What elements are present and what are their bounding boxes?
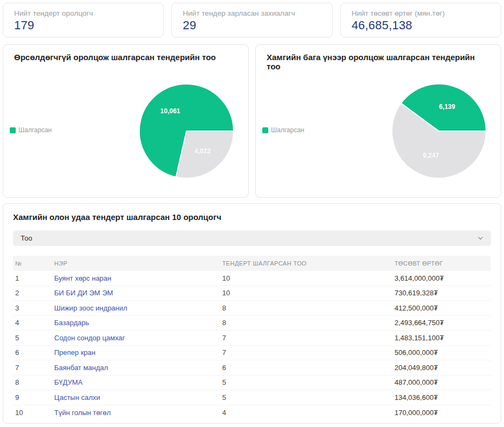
filter-dropdown[interactable]: Тоо <box>13 230 491 246</box>
participant-link[interactable]: БИ БИ ДИ ЭМ ЭМ <box>54 289 222 297</box>
cell-no: 4 <box>15 319 54 327</box>
participant-link[interactable]: БҮДУМА <box>54 378 222 386</box>
participant-link[interactable]: Содон сондор цамхаг <box>54 334 222 342</box>
cell-no: 5 <box>15 334 54 342</box>
cell-count: 8 <box>222 304 395 312</box>
table-title: Хамгийн олон удаа тендерт шалгарсан 10 о… <box>13 212 491 222</box>
cell-budget: 2,493,664,750₮ <box>395 319 489 327</box>
table-row: 4 Базардарь 8 2,493,664,750₮ <box>13 316 491 331</box>
stat-card-buyers: Нийт тендер зарласан захиалагч 29 <box>171 3 332 37</box>
legend-item[interactable]: Шалгарсан <box>262 126 304 134</box>
stats-row: Нийт тендерт оролцогч 179 Нийт тендер за… <box>3 3 501 37</box>
table-row: 10 Түйн голын төгөл 4 170,000,000₮ <box>13 405 491 420</box>
cell-budget: 730,619,328₮ <box>395 289 489 297</box>
chevron-down-icon <box>477 235 483 241</box>
pie-charts-row: Өрсөлдөгчгүй оролцож шалгарсан тендерийн… <box>3 44 501 198</box>
cell-budget: 1,483,151,100₮ <box>395 334 489 342</box>
stat-label: Нийт тендерт оролцогч <box>14 9 152 17</box>
table-row: 7 Баянбат мандал 6 204,049,800₮ <box>13 360 491 376</box>
participant-link[interactable]: Баянбат мандал <box>54 364 222 372</box>
stat-label: Нийт төсөвт өртөг (мян.төг) <box>352 9 490 17</box>
cell-budget: 204,049,800₮ <box>395 364 489 372</box>
cell-budget: 412,500,000₮ <box>395 304 489 312</box>
cell-count: 7 <box>222 334 395 342</box>
table-row: 3 Шижир зоос индранил 8 412,500,000₮ <box>13 301 491 316</box>
participant-link[interactable]: Түйн голын төгөл <box>54 409 222 417</box>
table-body: 1 Буянт хөрс наран 10 3,614,000,000₮ 2 Б… <box>13 271 491 420</box>
cell-count: 4 <box>222 409 395 417</box>
stat-card-participants: Нийт тендерт оролцогч 179 <box>3 3 164 37</box>
stat-value: 29 <box>183 18 321 33</box>
col-header-name: НЭР <box>54 260 222 267</box>
stat-value: 46,685,138 <box>352 18 490 33</box>
cell-budget: 506,000,000₮ <box>395 348 489 357</box>
participant-link[interactable]: Буянт хөрс наран <box>54 274 222 282</box>
chart-title: Хамгийн бага үнээр оролцож шалгарсан тен… <box>267 53 490 71</box>
cell-no: 1 <box>15 274 54 282</box>
cell-count: 7 <box>222 348 395 357</box>
pie-card-no-competition: Өрсөлдөгчгүй оролцож шалгарсан тендерийн… <box>3 44 249 198</box>
cell-no: 9 <box>15 393 54 402</box>
cell-no: 8 <box>15 378 54 386</box>
pie-slice-label: 9,247 <box>423 152 439 159</box>
pie-slice-label: 10,061 <box>160 107 180 115</box>
legend-swatch <box>262 127 268 133</box>
col-header-budget: ТӨСӨВТ ӨРТӨГ <box>395 260 489 267</box>
cell-no: 7 <box>15 364 54 372</box>
cell-count: 10 <box>222 274 395 282</box>
col-header-no: № <box>15 260 54 267</box>
legend-label: Шалгарсан <box>18 126 51 134</box>
table-row: 5 Содон сондор цамхаг 7 1,483,151,100₮ <box>13 331 491 346</box>
cell-no: 10 <box>15 409 54 417</box>
participant-link[interactable]: Базардарь <box>54 319 222 327</box>
filter-dropdown-value: Тоо <box>21 234 32 242</box>
legend-item[interactable]: Шалгарсан <box>10 126 51 134</box>
pie-chart[interactable]: 9,2476,139 <box>390 82 488 180</box>
pie-slice-label: 6,139 <box>439 103 455 111</box>
cell-count: 8 <box>222 319 395 327</box>
cell-budget: 487,000,000₮ <box>395 378 489 386</box>
participant-link[interactable]: Препер кран <box>54 348 222 357</box>
cell-budget: 134,036,600₮ <box>395 393 489 402</box>
table-header-row: № НЭР ТЕНДЕРТ ШАЛГАРСАН ТОО ТӨСӨВТ ӨРТӨГ <box>13 256 491 271</box>
dashboard-page: Нийт тендерт оролцогч 179 Нийт тендер за… <box>0 0 504 427</box>
table-row: 1 Буянт хөрс наран 10 3,614,000,000₮ <box>13 271 491 286</box>
chart-title: Өрсөлдөгчгүй оролцож шалгарсан тендерийн… <box>14 53 237 62</box>
top-participants-card: Хамгийн олон удаа тендерт шалгарсан 10 о… <box>3 203 501 424</box>
stat-label: Нийт тендер зарласан захиалагч <box>183 9 321 17</box>
participant-link[interactable]: Шижир зоос индранил <box>54 304 222 312</box>
table-row: 2 БИ БИ ДИ ЭМ ЭМ 10 730,619,328₮ <box>13 286 491 301</box>
cell-no: 2 <box>15 289 54 297</box>
cell-count: 6 <box>222 364 395 372</box>
cell-budget: 3,614,000,000₮ <box>395 274 489 282</box>
col-header-count: ТЕНДЕРТ ШАЛГАРСАН ТОО <box>222 260 395 267</box>
table-row: 8 БҮДУМА 5 487,000,000₮ <box>13 376 491 391</box>
legend-label: Шалгарсан <box>271 126 304 134</box>
cell-count: 5 <box>222 393 395 402</box>
cell-no: 3 <box>15 304 54 312</box>
pie-chart[interactable]: 4,02210,061 <box>138 82 235 180</box>
legend-swatch <box>10 127 16 133</box>
pie-card-lowest-price: Хамгийн бага үнээр оролцож шалгарсан тен… <box>255 44 501 198</box>
stat-value: 179 <box>14 18 152 33</box>
cell-count: 10 <box>222 289 395 297</box>
stat-card-budget: Нийт төсөвт өртөг (мян.төг) 46,685,138 <box>340 3 501 37</box>
participant-link[interactable]: Цастын салхи <box>54 393 222 402</box>
table-row: 6 Препер кран 7 506,000,000₮ <box>13 346 491 361</box>
cell-count: 5 <box>222 378 395 386</box>
cell-no: 6 <box>15 348 54 357</box>
cell-budget: 170,000,000₮ <box>395 409 489 417</box>
table-row: 9 Цастын салхи 5 134,036,600₮ <box>13 390 491 405</box>
pie-slice-label: 4,022 <box>195 147 211 155</box>
